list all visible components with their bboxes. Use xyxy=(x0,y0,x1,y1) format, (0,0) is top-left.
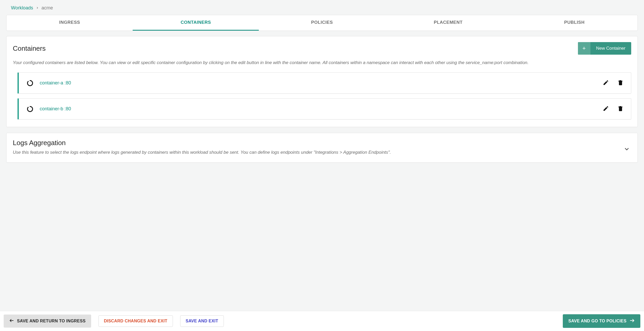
tabs: INGRESS CONTAINERS POLICIES PLACEMENT PU… xyxy=(6,15,638,31)
tab-containers[interactable]: CONTAINERS xyxy=(133,15,259,31)
edit-button[interactable] xyxy=(602,104,610,113)
discard-label: DISCARD CHANGES AND EXIT xyxy=(104,319,167,323)
spinner-icon xyxy=(27,106,33,112)
breadcrumb-current: acme xyxy=(42,5,53,11)
chevron-down-icon xyxy=(623,149,630,153)
trash-icon xyxy=(617,83,624,87)
new-container-label: New Container xyxy=(590,42,631,55)
tab-publish[interactable]: PUBLISH xyxy=(511,15,637,31)
arrow-right-icon xyxy=(629,318,635,324)
tab-policies[interactable]: POLICIES xyxy=(259,15,385,31)
breadcrumb-root[interactable]: Workloads xyxy=(11,5,33,11)
new-container-button[interactable]: + New Container xyxy=(578,42,631,55)
spinner-icon xyxy=(27,80,33,87)
delete-button[interactable] xyxy=(616,104,625,113)
pencil-icon xyxy=(603,109,609,112)
containers-description: Your configured containers are listed be… xyxy=(13,59,631,66)
container-list: container-a :80 xyxy=(13,72,631,119)
save-return-button[interactable]: SAVE AND RETURN TO INGRESS xyxy=(4,315,91,328)
delete-button[interactable] xyxy=(616,78,625,88)
logs-description: Use this feature to select the logs endp… xyxy=(13,149,594,156)
tab-placement[interactable]: PLACEMENT xyxy=(385,15,511,31)
logs-aggregation-section: Logs Aggregation Use this feature to sel… xyxy=(6,133,638,162)
containers-title: Containers xyxy=(13,44,46,53)
containers-section: Containers + New Container Your configur… xyxy=(6,36,638,127)
expand-toggle[interactable] xyxy=(623,146,630,153)
trash-icon xyxy=(617,109,624,112)
container-row: container-b :80 xyxy=(17,98,631,119)
plus-icon: + xyxy=(578,42,590,55)
pencil-icon xyxy=(603,83,609,87)
container-name[interactable]: container-b :80 xyxy=(40,106,595,112)
save-exit-label: SAVE AND EXIT xyxy=(186,319,218,323)
tab-ingress[interactable]: INGRESS xyxy=(7,15,133,31)
save-next-label: SAVE AND GO TO POLICIES xyxy=(568,319,627,323)
container-row: container-a :80 xyxy=(17,72,631,94)
save-return-label: SAVE AND RETURN TO INGRESS xyxy=(17,319,86,323)
logs-title: Logs Aggregation xyxy=(13,139,631,147)
arrow-left-icon xyxy=(9,318,14,324)
discard-button[interactable]: DISCARD CHANGES AND EXIT xyxy=(98,315,173,327)
save-exit-button[interactable]: SAVE AND EXIT xyxy=(180,315,224,327)
breadcrumb: Workloads acme xyxy=(6,5,638,11)
chevron-right-icon xyxy=(36,6,39,10)
edit-button[interactable] xyxy=(602,78,610,88)
container-name[interactable]: container-a :80 xyxy=(40,80,595,86)
save-next-button[interactable]: SAVE AND GO TO POLICIES xyxy=(563,314,640,328)
footer-bar: SAVE AND RETURN TO INGRESS DISCARD CHANG… xyxy=(0,311,644,331)
